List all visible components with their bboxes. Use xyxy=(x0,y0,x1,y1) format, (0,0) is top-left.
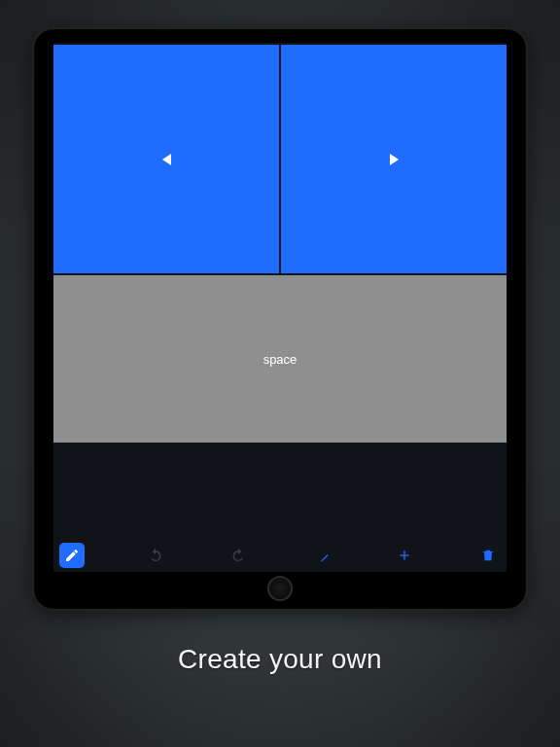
app-screen: space xyxy=(53,43,507,572)
svg-rect-0 xyxy=(321,554,329,562)
delete-button[interactable] xyxy=(475,543,501,568)
plus-icon xyxy=(397,548,412,563)
bottom-toolbar xyxy=(53,539,507,572)
redo-icon xyxy=(230,548,246,563)
home-button[interactable] xyxy=(267,576,293,601)
trash-icon xyxy=(480,548,496,563)
triangle-right-icon xyxy=(390,154,399,165)
undo-icon xyxy=(148,548,163,563)
minus-icon xyxy=(314,548,330,563)
redo-button[interactable] xyxy=(226,543,251,568)
space-key[interactable]: space xyxy=(53,275,507,443)
pencil-icon xyxy=(64,548,80,563)
right-arrow-key[interactable] xyxy=(281,45,507,273)
promo-caption: Create your own xyxy=(178,644,382,675)
divider-button[interactable] xyxy=(309,543,334,568)
editor-row xyxy=(53,45,507,273)
add-key-button[interactable] xyxy=(392,543,417,568)
left-arrow-key[interactable] xyxy=(53,45,279,273)
space-key-label: space xyxy=(263,352,298,367)
triangle-left-icon xyxy=(162,154,171,165)
edit-mode-button[interactable] xyxy=(59,543,85,568)
keyboard-editor-canvas: space xyxy=(53,43,507,539)
ipad-frame: space xyxy=(32,27,528,611)
undo-button[interactable] xyxy=(143,543,168,568)
